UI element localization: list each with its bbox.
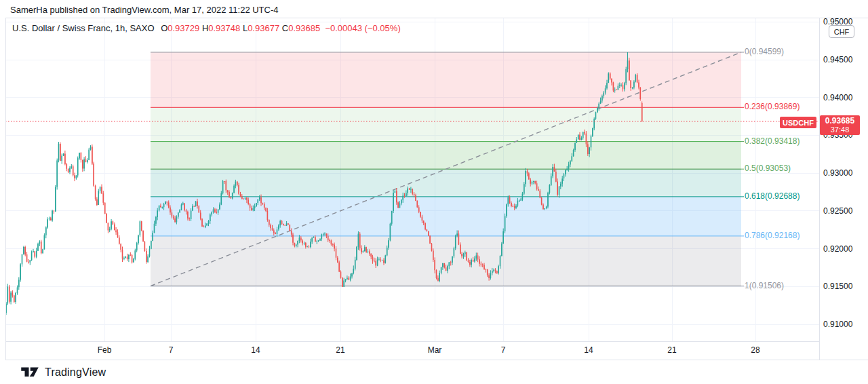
symbol-badge-text: USDCHF	[783, 119, 814, 127]
bar-countdown: 37:48	[831, 126, 850, 134]
time-axis-tick[interactable]: 14	[584, 345, 593, 355]
fib-level-label: 0.382(0.93418)	[745, 136, 800, 146]
legend-ohlc-item: O0.93729	[161, 23, 202, 33]
time-axis-tick[interactable]: 21	[667, 345, 676, 355]
attribution-text: SamerHa published on TradingView.com, Ma…	[10, 3, 868, 17]
fib-level-label: 0.5(0.93053)	[745, 164, 791, 173]
chart-canvas[interactable]	[0, 0, 868, 384]
chart-legend[interactable]: U.S. Dollar / Swiss Franc, 1h, SAXO O0.9…	[12, 23, 401, 33]
tradingview-logo-text: TradingView	[45, 366, 106, 379]
legend-ohlc-item: H0.93748	[202, 23, 243, 33]
quote-currency-badge[interactable]: CHF	[829, 25, 854, 38]
price-axis-tick[interactable]: 0.92000	[823, 244, 852, 254]
fib-level-label: 1(0.91506)	[745, 281, 784, 290]
last-price-axis-box[interactable]: 0.93685 37:48	[820, 115, 860, 135]
fib-retracement-bands[interactable]	[151, 52, 744, 286]
symbol-price-label-badge[interactable]: USDCHF	[780, 117, 816, 128]
tradingview-logo[interactable]: TradingView	[20, 366, 106, 379]
fib-level-label: 0.618(0.92688)	[745, 191, 800, 201]
time-axis-tick[interactable]: 21	[336, 345, 344, 355]
time-axis-tick[interactable]: 7	[501, 345, 506, 355]
price-axis-tick[interactable]: 0.93000	[823, 168, 852, 178]
legend-ohlc-item: L0.93677	[243, 23, 282, 33]
fib-level-label: 0.786(0.92168)	[745, 231, 800, 240]
time-axis-tick[interactable]: 28	[751, 345, 760, 355]
legend-symbol-title[interactable]: U.S. Dollar / Swiss Franc, 1h, SAXO	[12, 23, 155, 33]
fib-level-label: 0(0.94599)	[745, 47, 784, 56]
price-axis-tick[interactable]: 0.91000	[823, 320, 852, 329]
fib-level-label: 0.236(0.93869)	[745, 102, 800, 111]
tradingview-logo-icon	[20, 366, 39, 379]
price-axis-tick[interactable]: 0.91500	[823, 282, 852, 291]
time-axis-tick[interactable]: Mar	[428, 345, 442, 355]
time-axis-tick[interactable]: 14	[251, 345, 260, 355]
time-axis-tick[interactable]: Feb	[98, 345, 112, 355]
footer-bar: TradingView	[0, 360, 868, 384]
price-axis-tick[interactable]: 0.94500	[823, 55, 852, 64]
price-axis-tick[interactable]: 0.94000	[823, 93, 852, 102]
tradingview-published-chart: SamerHa published on TradingView.com, Ma…	[0, 0, 868, 384]
time-axis-tick[interactable]: 7	[169, 345, 174, 355]
last-price-value: 0.93685	[825, 117, 854, 126]
price-axis-tick[interactable]: 0.92500	[823, 206, 852, 216]
legend-ohlc-item: C0.93685	[282, 23, 323, 33]
legend-change: −0.00043 (−0.05%)	[325, 23, 400, 33]
legend-ohlc-values: O0.93729 H0.93748 L0.93677 C0.93685	[161, 23, 323, 33]
quote-currency-label: CHF	[834, 28, 850, 36]
